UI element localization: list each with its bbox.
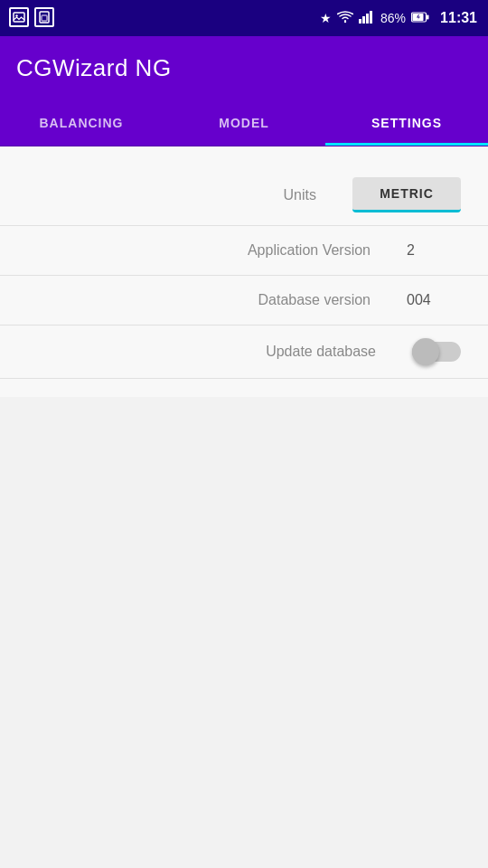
svg-rect-7 (366, 14, 369, 24)
db-version-row: Database version 004 (0, 276, 488, 325)
units-label: Units (0, 187, 316, 203)
metric-button[interactable]: METRIC (352, 177, 461, 212)
svg-rect-3 (42, 15, 47, 21)
svg-rect-11 (427, 15, 429, 20)
toggle-thumb (412, 338, 439, 365)
update-db-row: Update database (0, 326, 488, 378)
battery-percentage: 86% (380, 11, 406, 25)
status-right-icons: ★ 86% (320, 10, 477, 26)
svg-point-4 (344, 20, 346, 22)
bluetooth-icon: ★ (320, 11, 332, 25)
app-header: CGWizard NG (0, 36, 488, 99)
tab-model[interactable]: MODEL (163, 99, 325, 146)
tab-balancing[interactable]: BALANCING (0, 99, 163, 146)
status-bar: ★ 86% (0, 0, 488, 36)
db-version-value: 004 (407, 292, 461, 308)
sim-icon (34, 7, 54, 27)
app-version-label: Application Version (0, 242, 371, 259)
app-version-row: Application Version 2 (0, 226, 488, 275)
image-icon (9, 7, 29, 27)
update-db-toggle[interactable] (412, 338, 461, 365)
update-db-label: Update database (0, 344, 376, 360)
tab-bar: BALANCING MODEL SETTINGS (0, 99, 488, 146)
wifi-icon (337, 11, 353, 26)
svg-rect-6 (362, 16, 365, 24)
settings-content: Units METRIC Application Version 2 Datab… (0, 146, 488, 397)
divider-4 (0, 378, 488, 379)
db-version-label: Database version (0, 292, 371, 308)
svg-rect-0 (14, 13, 24, 22)
status-time: 11:31 (440, 10, 477, 26)
status-left-icons (9, 7, 54, 27)
battery-icon (411, 11, 429, 25)
svg-rect-5 (359, 19, 361, 24)
units-row: Units METRIC (0, 165, 488, 225)
signal-icon (359, 11, 375, 26)
svg-rect-8 (370, 11, 372, 24)
tab-settings[interactable]: SETTINGS (325, 99, 488, 146)
app-title: CGWizard NG (16, 54, 172, 82)
app-version-value: 2 (407, 242, 461, 259)
